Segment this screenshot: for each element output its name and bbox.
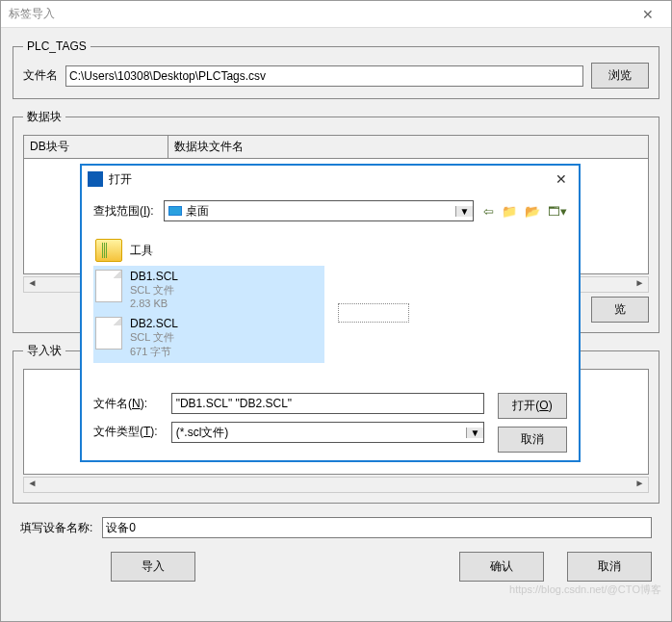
open-dialog-close-icon[interactable]: ✕ bbox=[550, 171, 573, 187]
od-filename-field[interactable] bbox=[171, 393, 484, 414]
filename-label: 文件名 bbox=[23, 67, 58, 84]
app-icon bbox=[88, 171, 103, 187]
filename-input[interactable] bbox=[65, 65, 583, 87]
close-icon[interactable]: ✕ bbox=[633, 7, 663, 22]
lookin-row: 查找范围(I): 桌面 ▼ ⇦ 📁 📂 🗔▾ bbox=[93, 200, 567, 221]
file-meta: DB2.SCL SCL 文件 671 字节 bbox=[130, 317, 178, 359]
desktop-icon bbox=[168, 206, 182, 216]
import-status-legend: 导入状 bbox=[23, 343, 65, 359]
scroll-right-icon[interactable]: ► bbox=[632, 277, 648, 292]
od-filename-input[interactable] bbox=[172, 394, 483, 413]
folder-icon bbox=[95, 239, 122, 262]
nav-icons: ⇦ 📁 📂 🗔▾ bbox=[483, 204, 567, 219]
open-dialog-inputs: 文件名(N): 文件类型(T): ▼ 打开(O) 取消 bbox=[93, 393, 567, 453]
scroll-right-icon[interactable]: ► bbox=[632, 478, 648, 492]
file-meta: DB1.SCL SCL 文件 2.83 KB bbox=[130, 270, 178, 309]
focus-rect bbox=[338, 303, 409, 323]
open-dialog-title: 打开 bbox=[109, 171, 550, 188]
file-list[interactable]: 工具 DB1.SCL SCL 文件 2.83 KB DB2.SCL SCL 文件 bbox=[93, 231, 567, 385]
col-db-filename: 数据块文件名 bbox=[168, 136, 648, 158]
chevron-down-icon[interactable]: ▼ bbox=[466, 428, 483, 438]
file-type: SCL 文件 bbox=[130, 283, 178, 298]
button-bar: 导入 确认 取消 bbox=[13, 542, 659, 591]
plc-tags-legend: PLC_TAGS bbox=[23, 39, 90, 53]
scroll-left-icon[interactable]: ◄ bbox=[24, 277, 40, 292]
open-button[interactable]: 打开(O) bbox=[498, 393, 567, 419]
scroll-left-icon[interactable]: ◄ bbox=[24, 478, 40, 492]
chevron-down-icon[interactable]: ▼ bbox=[455, 206, 473, 217]
folder-name: 工具 bbox=[130, 243, 153, 259]
file-icon bbox=[95, 270, 122, 302]
device-name-input[interactable] bbox=[102, 517, 652, 538]
view-menu-icon[interactable]: 🗔▾ bbox=[548, 204, 567, 219]
up-icon[interactable]: 📁 bbox=[502, 204, 517, 219]
device-row: 填写设备名称: bbox=[13, 513, 659, 542]
lookin-label: 查找范围(I): bbox=[93, 203, 154, 220]
file-size: 2.83 KB bbox=[130, 298, 178, 309]
col-db-number: DB块号 bbox=[24, 136, 168, 158]
cancel-button[interactable]: 取消 bbox=[567, 552, 652, 582]
od-filetype-value[interactable] bbox=[172, 423, 466, 442]
file-size: 671 字节 bbox=[130, 345, 178, 359]
od-filetype-combo[interactable]: ▼ bbox=[171, 422, 484, 443]
status-hscrollbar[interactable]: ◄ ► bbox=[23, 477, 649, 493]
lookin-combo[interactable]: 桌面 ▼ bbox=[164, 200, 474, 221]
import-button[interactable]: 导入 bbox=[111, 552, 195, 582]
open-dialog-titlebar: 打开 ✕ bbox=[82, 166, 579, 193]
titlebar: 标签导入 ✕ bbox=[1, 1, 671, 28]
file-type: SCL 文件 bbox=[130, 330, 178, 345]
open-dialog-body: 查找范围(I): 桌面 ▼ ⇦ 📁 📂 🗔▾ bbox=[82, 193, 579, 460]
import-dialog: 标签导入 ✕ PLC_TAGS 文件名 浏览 数据块 DB块号 数据块文件名 ◄… bbox=[0, 0, 672, 622]
browse-button[interactable]: 浏览 bbox=[591, 63, 649, 89]
ok-button[interactable]: 确认 bbox=[459, 552, 544, 582]
file-item[interactable]: DB2.SCL SCL 文件 671 字节 bbox=[93, 313, 324, 363]
folder-item[interactable]: 工具 bbox=[93, 235, 567, 266]
plc-tags-group: PLC_TAGS 文件名 浏览 bbox=[13, 39, 659, 99]
back-icon[interactable]: ⇦ bbox=[483, 204, 494, 219]
table-header: DB块号 数据块文件名 bbox=[23, 135, 649, 159]
new-folder-icon[interactable]: 📂 bbox=[525, 204, 540, 219]
od-filetype-label: 文件类型(T): bbox=[93, 424, 158, 440]
window-title: 标签导入 bbox=[9, 6, 633, 22]
db-browse-button[interactable]: 览 bbox=[591, 297, 649, 323]
data-block-legend: 数据块 bbox=[23, 109, 65, 125]
file-name: DB2.SCL bbox=[130, 317, 178, 330]
od-cancel-button[interactable]: 取消 bbox=[498, 427, 567, 453]
lookin-value: 桌面 bbox=[186, 203, 209, 220]
open-file-dialog: 打开 ✕ 查找范围(I): 桌面 ▼ ⇦ 📁 📂 🗔▾ bbox=[80, 164, 581, 462]
file-icon bbox=[95, 317, 122, 350]
file-name: DB1.SCL bbox=[130, 270, 178, 283]
file-item[interactable]: DB1.SCL SCL 文件 2.83 KB bbox=[93, 266, 324, 313]
od-filename-label: 文件名(N): bbox=[93, 396, 158, 412]
device-label: 填写设备名称: bbox=[20, 520, 92, 536]
